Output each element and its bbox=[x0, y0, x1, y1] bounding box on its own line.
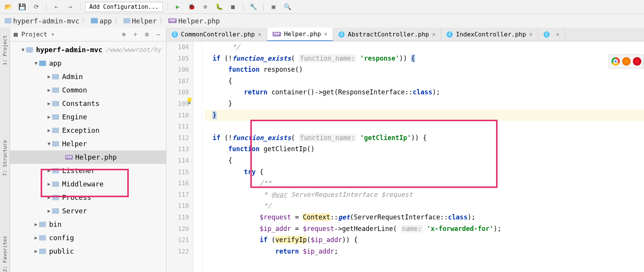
project-panel: ▤ Project ▾ ⊕ ÷ ⚙ — ▼hyperf-admin-mvc/ww… bbox=[10, 28, 166, 272]
browser-preview-icons bbox=[609, 54, 644, 68]
tree-item-middleware[interactable]: ▶Middleware bbox=[10, 177, 166, 191]
tree-root[interactable]: ▼hyperf-admin-mvc/www/wwwroot/hy bbox=[10, 43, 166, 56]
run-config-select[interactable]: Add Configuration... bbox=[85, 2, 163, 12]
close-icon[interactable]: × bbox=[432, 31, 435, 38]
hide-icon[interactable]: — bbox=[154, 31, 162, 38]
chrome-icon[interactable] bbox=[611, 57, 620, 66]
debug-icon[interactable]: 🐞 bbox=[186, 2, 197, 12]
editor-tabs: CCommonController.php×PHPHelper.php×CAbs… bbox=[166, 28, 644, 41]
wrench-icon[interactable]: 🔧 bbox=[248, 2, 259, 12]
project-tree[interactable]: ▼hyperf-admin-mvc/www/wwwroot/hy▼app▶Adm… bbox=[10, 41, 166, 272]
breadcrumb-separator: 〉 bbox=[159, 16, 166, 25]
tree-item-server[interactable]: ▶Server bbox=[10, 204, 166, 218]
tab-more[interactable]: C× bbox=[538, 28, 565, 41]
fold-markers: 💡 bbox=[193, 41, 202, 272]
opera-icon[interactable] bbox=[633, 57, 641, 66]
project-icon: ▤ bbox=[14, 31, 18, 38]
tree-item-helper[interactable]: ▼Helper bbox=[10, 137, 166, 150]
tree-item-engine[interactable]: ▶Engine bbox=[10, 110, 166, 124]
forward-icon[interactable]: → bbox=[65, 2, 76, 12]
gear-icon[interactable]: ⚙ bbox=[143, 31, 151, 38]
back-icon[interactable]: ← bbox=[51, 2, 62, 12]
tree-item-common[interactable]: ▶Common bbox=[10, 83, 166, 97]
coverage-icon[interactable]: ⊕ bbox=[200, 2, 211, 12]
tree-item-public[interactable]: ▶public bbox=[10, 244, 166, 258]
project-panel-title: Project bbox=[21, 31, 47, 38]
lightbulb-icon[interactable]: 💡 bbox=[186, 97, 193, 104]
stop-icon[interactable]: ■ bbox=[228, 2, 238, 12]
tree-item-config[interactable]: ▶config bbox=[10, 231, 166, 244]
attach-icon[interactable]: ▣ bbox=[268, 2, 279, 12]
search-icon[interactable]: 🔍 bbox=[282, 2, 293, 12]
tree-item-process[interactable]: ▶Process bbox=[10, 191, 166, 204]
close-icon[interactable]: × bbox=[258, 31, 261, 38]
breadcrumb-item[interactable]: app bbox=[91, 17, 112, 25]
tab-indexcontroller-php[interactable]: CIndexController.php× bbox=[441, 28, 538, 41]
breadcrumb-item[interactable]: Helper bbox=[123, 17, 157, 25]
open-icon[interactable]: 📂 bbox=[3, 2, 14, 12]
side-label-project[interactable]: 1: Project bbox=[2, 35, 8, 65]
breadcrumb: hyperf-admin-mvc〉app〉Helper〉PHPHelper.ph… bbox=[0, 14, 644, 28]
editor-area: CCommonController.php×PHPHelper.php×CAbs… bbox=[166, 28, 644, 272]
breadcrumb-item[interactable]: hyperf-admin-mvc bbox=[5, 17, 79, 25]
tab-commoncontroller-php[interactable]: CCommonController.php× bbox=[166, 28, 267, 41]
profile-icon[interactable]: 🐛 bbox=[214, 2, 225, 12]
breadcrumb-separator: 〉 bbox=[114, 16, 121, 25]
breadcrumb-separator: 〉 bbox=[82, 16, 89, 25]
tree-item-listener[interactable]: ▶Listener bbox=[10, 164, 166, 177]
project-panel-header: ▤ Project ▾ ⊕ ÷ ⚙ — bbox=[10, 28, 166, 41]
side-labels: 1: Project 7: Structure 2: Favorites bbox=[0, 28, 10, 272]
line-gutter: 1041051061071081091101111121131141151161… bbox=[166, 41, 193, 272]
tab-abstractcontroller-php[interactable]: CAbstractController.php× bbox=[333, 28, 441, 41]
tree-item-helper-php[interactable]: PHPHelper.php bbox=[10, 150, 166, 164]
side-label-favorites[interactable]: 2: Favorites bbox=[2, 236, 8, 272]
run-icon[interactable]: ▶ bbox=[172, 2, 183, 12]
editor-body[interactable]: 1041051061071081091101111121131141151161… bbox=[166, 41, 644, 272]
tree-item-app[interactable]: ▼app bbox=[10, 56, 166, 70]
tree-item-constants[interactable]: ▶Constants bbox=[10, 97, 166, 110]
close-icon[interactable]: × bbox=[529, 31, 532, 38]
breadcrumb-item[interactable]: PHPHelper.php bbox=[168, 17, 220, 25]
firefox-icon[interactable] bbox=[622, 57, 631, 66]
tree-item-bin[interactable]: ▶bin bbox=[10, 218, 166, 231]
refresh-icon[interactable]: ⟳ bbox=[31, 2, 41, 12]
tree-item-exception[interactable]: ▶Exception bbox=[10, 124, 166, 137]
chevron-down-icon[interactable]: ▾ bbox=[51, 31, 55, 38]
main-toolbar: 📂 💾 ⟳ ← → Add Configuration... ▶ 🐞 ⊕ 🐛 ■… bbox=[0, 0, 644, 14]
side-label-structure[interactable]: 7: Structure bbox=[2, 140, 8, 176]
close-icon[interactable]: × bbox=[324, 31, 327, 38]
tree-item-admin[interactable]: ▶Admin bbox=[10, 70, 166, 83]
target-icon[interactable]: ⊕ bbox=[120, 31, 128, 38]
save-icon[interactable]: 💾 bbox=[17, 2, 28, 12]
tab-helper-php[interactable]: PHPHelper.php× bbox=[267, 28, 334, 41]
code-content[interactable]: */ if (!function_exists( function_name: … bbox=[202, 41, 644, 272]
collapse-icon[interactable]: ÷ bbox=[131, 31, 139, 38]
